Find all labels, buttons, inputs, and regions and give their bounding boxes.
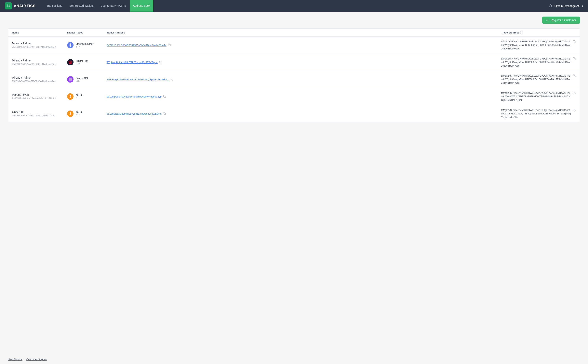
svg-rect-14 <box>69 79 72 80</box>
register-customer-button[interactable]: Register a Customer <box>542 17 580 24</box>
wallet-address[interactable]: TTgbmdPqjdczMUcTTUTszm443v9Z2VFqd4 <box>107 61 158 64</box>
svg-rect-17 <box>574 75 575 77</box>
copy-wallet-button[interactable] <box>159 60 162 65</box>
nav-counterparty-vasps[interactable]: Counterparty VASPs <box>97 0 129 12</box>
nav-self-hosted-wallets[interactable]: Self-Hosted Wallets <box>66 0 97 12</box>
main-content: Register a Customer Name Digital Asset W… <box>0 12 588 355</box>
user-menu[interactable]: Bitcoin Exchange AG ▾ <box>549 4 583 8</box>
travel-cell: taMgkZxSRVnc1n45KRFkJW812sJirGvBQjt7KAXs… <box>501 91 576 102</box>
wallet-cell: TTgbmdPqjdczMUcTTUTszm443v9Z2VFqd4 <box>107 60 501 65</box>
customer-id: 9a25587a-b9c6-417e-9f62-9a28d1579dd1 <box>12 97 67 100</box>
copy-travel-button[interactable] <box>572 108 576 112</box>
travel-cell: taMgkZxSRVnc1n45KRFkJW812sJirGvBQjt7KAXs… <box>501 108 576 119</box>
asset-cell: ₿ Bitcoin BTC <box>67 93 107 100</box>
svg-text:₿: ₿ <box>70 95 71 98</box>
wallet-cell: bc1qclyfsxuu8vcwq38yygs5zrskwacq8sjlyvk9… <box>107 112 501 116</box>
customer-name: Marcus Rivas <box>12 93 67 96</box>
customer-name: Miranda Palmer <box>12 76 67 79</box>
asset-cell: TRON TRX TRX <box>67 59 107 65</box>
name-cell: Miranda Palmer 75163de5-6705-47f3-8238-a… <box>12 42 67 48</box>
asset-icon-sol <box>67 76 73 83</box>
asset-ticker: SOL <box>75 80 89 82</box>
wallet-cell: bc1qutpqsjc4ctly2qjr854ds7hxeseewvmq59u2… <box>107 95 501 99</box>
wallet-address[interactable]: 0x742d35Cc6634C0532925a3b844Bc454e4438f4… <box>107 44 167 47</box>
asset-name: Ethereum Ether <box>75 42 93 45</box>
name-cell: Miranda Palmer 75163de5-6705-47f3-8238-a… <box>12 76 67 83</box>
table-row: Gary Kirk b99a04b6-0037-48f0-b657-ce9238… <box>8 105 580 122</box>
customer-id: 75163de5-6705-47f3-8238-af44ddeaa9eb <box>12 46 67 48</box>
chevron-down-icon: ▾ <box>582 4 583 7</box>
copy-travel-button[interactable] <box>572 57 576 61</box>
customer-name: Gary Kirk <box>12 110 67 113</box>
customer-id: 75163de5-6705-47f3-8238-af44ddeaa9eb <box>12 80 67 83</box>
travel-address-info-icon[interactable]: i <box>520 31 523 34</box>
wallet-cell: 3PEBmq879kGf35AmEJF22vHf18XQBphj8g3kxpkh… <box>107 78 501 82</box>
svg-point-1 <box>547 19 548 20</box>
travel-address: taMgkZxSRVnc1n45KRFkJW812sJirGvBQjt7KAXs… <box>501 40 571 50</box>
asset-name: Bitcoin <box>75 94 83 97</box>
user-manual-link[interactable]: User Manual <box>8 358 22 361</box>
col-travel-address: Travel Address i <box>501 31 576 34</box>
svg-rect-25 <box>574 110 575 111</box>
wallet-cell: 0x742d35Cc6634C0532925a3b844Bc454e4438f4… <box>107 43 501 47</box>
copy-travel-button[interactable] <box>572 74 576 78</box>
name-cell: Marcus Rivas 9a25587a-b9c6-417e-9f62-9a2… <box>12 93 67 100</box>
wallet-address[interactable]: 3PEBmq879kGf35AmEJF22vHf18XQBphj8g3kxpkh… <box>107 78 169 81</box>
col-digital-asset: Digital Asset <box>67 31 107 34</box>
svg-rect-20 <box>164 96 166 98</box>
table-row: Miranda Palmer 75163de5-6705-47f3-8238-a… <box>8 54 580 71</box>
svg-rect-21 <box>574 93 575 94</box>
asset-ticker: TRX <box>75 62 88 65</box>
svg-rect-24 <box>164 113 165 115</box>
asset-cell: Ethereum Ether ETH <box>67 42 107 48</box>
user-name: Bitcoin Exchange AG <box>554 4 580 7</box>
asset-icon-btc: ₿ <box>67 93 73 100</box>
table-row: Miranda Palmer 75163de5-6705-47f3-8238-a… <box>8 71 580 88</box>
copy-travel-button[interactable] <box>572 91 576 95</box>
asset-icon-btc: ₿ <box>67 110 73 117</box>
logo: 21 ANALYTICS <box>5 2 35 9</box>
travel-address: taMgkZxSRVnc1n45KRFkJW812sJirGvBQjt7KAXs… <box>501 74 571 85</box>
svg-point-0 <box>550 5 552 6</box>
travel-cell: taMgkZxSRVnc1n45KRFkJW812sJirGvBQjt7KAXs… <box>501 74 576 85</box>
footer: User Manual Customer Support <box>0 355 588 364</box>
asset-name: TRON TRX <box>75 59 88 62</box>
copy-wallet-button[interactable] <box>163 95 166 99</box>
name-cell: Gary Kirk b99a04b6-0037-48f0-b657-ce9238… <box>12 110 67 117</box>
svg-rect-15 <box>69 80 72 81</box>
asset-name: Bitcoin <box>75 111 83 114</box>
customer-name: Miranda Palmer <box>12 42 67 45</box>
asset-ticker: ETH <box>75 45 93 48</box>
name-cell: Miranda Palmer 75163de5-6705-47f3-8238-a… <box>12 59 67 65</box>
table-header: Name Digital Asset Wallet Address Travel… <box>8 29 580 37</box>
customer-id: b99a04b6-0037-48f0-b657-ce9238f70f8a <box>12 114 67 117</box>
nav-address-book[interactable]: Address Book <box>130 0 153 12</box>
logo-text: ANALYTICS <box>14 4 35 8</box>
nav-links: Transactions Self-Hosted Wallets Counter… <box>43 0 549 12</box>
address-book-table: Name Digital Asset Wallet Address Travel… <box>8 28 580 122</box>
svg-rect-13 <box>69 78 72 78</box>
user-plus-icon <box>546 19 549 22</box>
travel-cell: taMgkZxSRVnc1n45KRFkJW812sJirGvBQjt7KAXs… <box>501 57 576 68</box>
wallet-address[interactable]: bc1qclyfsxuu8vcwq38yygs5zrskwacq8sjlyvk9… <box>107 112 161 115</box>
travel-cell: taMgkZxSRVnc1n45KRFkJW812sJirGvBQjt7KAXs… <box>501 40 576 50</box>
customer-support-link[interactable]: Customer Support <box>26 358 47 361</box>
copy-wallet-button[interactable] <box>170 78 174 82</box>
navbar: 21 ANALYTICS Transactions Self-Hosted Wa… <box>0 0 588 12</box>
customer-id: 75163de5-6705-47f3-8238-af44ddeaa9eb <box>12 63 67 65</box>
copy-wallet-button[interactable] <box>163 112 166 116</box>
copy-wallet-button[interactable] <box>168 43 171 47</box>
travel-address: taMgkZxSRVnc1n45KRFkJW812sJirGvBQjt7KAXs… <box>501 108 571 119</box>
asset-cell: Solana SOL SOL <box>67 76 107 83</box>
copy-travel-button[interactable] <box>572 40 576 44</box>
user-icon <box>549 4 553 8</box>
table-body: Miranda Palmer 75163de5-6705-47f3-8238-a… <box>8 37 580 122</box>
wallet-address[interactable]: bc1qutpqsjc4ctly2qjr854ds7hxeseewvmq59u2… <box>107 95 162 98</box>
customer-name: Miranda Palmer <box>12 59 67 62</box>
travel-address: taMgkZxSRVnc1n45KRFkJW812sJirGvBQjt7KAXs… <box>501 57 571 68</box>
svg-rect-5 <box>169 45 171 46</box>
nav-transactions[interactable]: Transactions <box>43 0 65 12</box>
svg-rect-6 <box>574 41 575 43</box>
svg-rect-11 <box>574 58 575 60</box>
col-name: Name <box>12 31 67 34</box>
